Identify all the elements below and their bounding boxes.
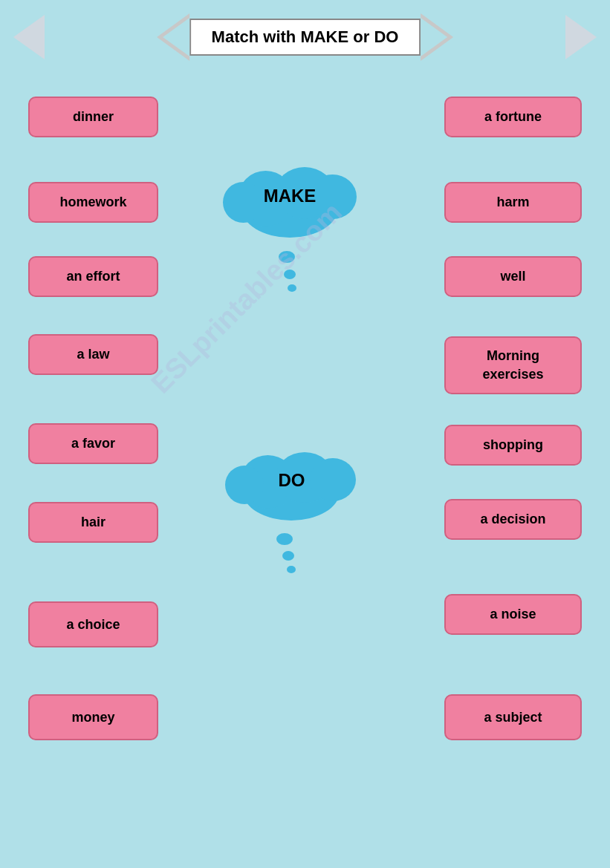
- word-box-shopping: shopping: [444, 425, 582, 466]
- page-title: Match with MAKE or DO: [212, 27, 399, 46]
- dot-4: [276, 533, 293, 545]
- word-box-a-law: a law: [28, 334, 158, 375]
- word-box-dinner: dinner: [28, 97, 158, 137]
- word-box-morning-exercises: Morning exercises: [444, 336, 582, 394]
- dot-3: [288, 284, 296, 292]
- make-cloud: MAKE: [215, 163, 364, 245]
- word-box-well: well: [444, 256, 582, 297]
- word-box-harm: harm: [444, 182, 582, 223]
- word-box-a-subject: a subject: [444, 694, 582, 740]
- word-box-a-fortune: a fortune: [444, 97, 582, 137]
- do-cloud: DO: [219, 449, 364, 527]
- do-label: DO: [219, 470, 364, 491]
- word-box-money: money: [28, 694, 158, 740]
- banner-deco-right: [565, 15, 597, 59]
- word-box-homework: homework: [28, 182, 158, 223]
- banner: Match with MAKE or DO: [157, 13, 454, 61]
- word-box-an-effort: an effort: [28, 256, 158, 297]
- word-box-a-choice: a choice: [28, 601, 158, 647]
- word-box-a-noise: a noise: [444, 594, 582, 635]
- title-box: Match with MAKE or DO: [189, 19, 421, 56]
- dot-2: [284, 270, 296, 279]
- dot-1: [279, 251, 295, 263]
- word-box-hair: hair: [28, 502, 158, 543]
- banner-deco-left: [13, 15, 45, 59]
- make-label: MAKE: [215, 186, 364, 206]
- word-box-a-favor: a favor: [28, 423, 158, 464]
- word-box-a-decision: a decision: [444, 499, 582, 540]
- dot-6: [287, 566, 296, 573]
- dot-5: [282, 551, 294, 561]
